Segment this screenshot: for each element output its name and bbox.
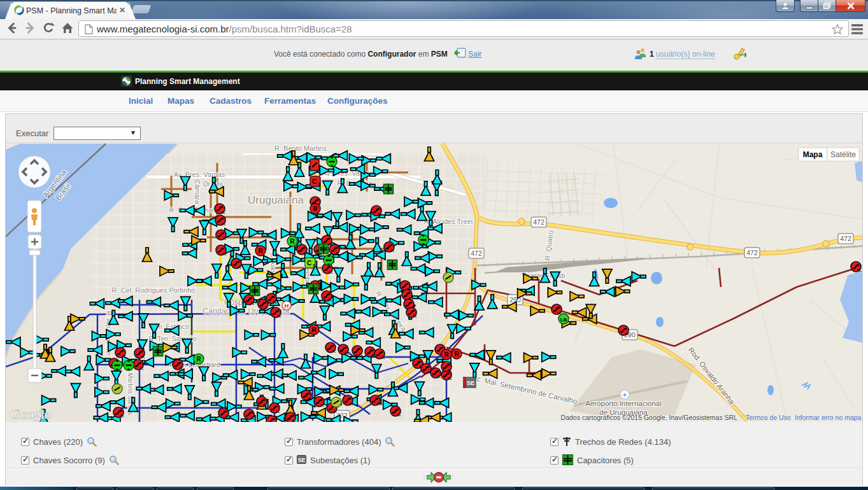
svg-text:R: R bbox=[258, 248, 263, 255]
svg-text:472: 472 bbox=[840, 235, 851, 242]
svg-text:3: 3 bbox=[313, 263, 315, 268]
svg-text:R. Bento Martins: R. Bento Martins bbox=[274, 144, 327, 152]
svg-text:FC: FC bbox=[858, 269, 862, 272]
svg-text:Câmara: Câmara bbox=[194, 179, 201, 204]
svg-text:FC: FC bbox=[222, 211, 226, 214]
svg-text:R: R bbox=[196, 356, 201, 363]
svg-text:FC: FC bbox=[141, 356, 146, 359]
svg-text:Informar erro no mapa: Informar erro no mapa bbox=[795, 414, 862, 421]
svg-text:FC: FC bbox=[413, 315, 418, 318]
svg-text:✈: ✈ bbox=[622, 392, 627, 398]
svg-text:R: R bbox=[290, 238, 295, 245]
svg-text:FC: FC bbox=[223, 237, 227, 241]
svg-text:Aeroporto Internacional: Aeroporto Internacional bbox=[585, 400, 662, 407]
svg-text:FC: FC bbox=[265, 307, 269, 310]
svg-text:FC: FC bbox=[448, 369, 453, 372]
svg-text:Mapa: Mapa bbox=[803, 150, 823, 159]
svg-text:SE: SE bbox=[297, 456, 305, 463]
svg-text:Google: Google bbox=[11, 407, 50, 422]
svg-text:3: 3 bbox=[318, 182, 320, 186]
svg-text:C: C bbox=[312, 178, 317, 185]
svg-text:R: R bbox=[444, 351, 449, 358]
svg-text:FC: FC bbox=[350, 403, 354, 406]
svg-text:FC: FC bbox=[625, 333, 630, 336]
svg-text:FC: FC bbox=[438, 375, 442, 379]
svg-text:FC: FC bbox=[308, 398, 313, 401]
svg-text:FC: FC bbox=[222, 223, 227, 226]
svg-text:Uruguaiana: Uruguaiana bbox=[248, 194, 304, 206]
svg-text:FC: FC bbox=[336, 252, 341, 255]
svg-text:FC: FC bbox=[329, 271, 334, 274]
svg-text:FC: FC bbox=[180, 367, 184, 370]
svg-text:FC: FC bbox=[140, 367, 145, 370]
svg-text:FC: FC bbox=[377, 403, 381, 406]
svg-text:LB: LB bbox=[560, 317, 567, 323]
svg-text:FC: FC bbox=[238, 266, 243, 269]
svg-text:R: R bbox=[311, 326, 317, 333]
svg-text:FC: FC bbox=[378, 213, 383, 216]
svg-text:Satélite: Satélite bbox=[830, 150, 856, 159]
svg-text:FC: FC bbox=[273, 301, 278, 304]
svg-text:FC: FC bbox=[276, 410, 281, 414]
svg-text:FC: FC bbox=[223, 253, 227, 256]
svg-text:FC: FC bbox=[391, 249, 395, 253]
svg-text:FC: FC bbox=[122, 355, 127, 358]
svg-text:FC: FC bbox=[329, 298, 333, 302]
svg-text:472: 472 bbox=[471, 249, 482, 257]
svg-text:C: C bbox=[307, 260, 311, 267]
svg-text:SE: SE bbox=[467, 379, 475, 386]
svg-text:FC: FC bbox=[251, 417, 255, 420]
svg-text:FC: FC bbox=[332, 350, 337, 353]
svg-text:FC: FC bbox=[120, 415, 125, 418]
svg-text:Dados cartográficos ©2015 Goog: Dados cartográficos ©2015 Google, Inav/G… bbox=[561, 414, 738, 421]
svg-text:FC: FC bbox=[321, 404, 325, 407]
svg-text:FC: FC bbox=[448, 377, 453, 381]
svg-text:FC: FC bbox=[251, 302, 255, 305]
svg-text:R. Cel. Rodrigues Portinho: R. Cel. Rodrigues Portinho bbox=[112, 286, 196, 294]
svg-text:R: R bbox=[313, 206, 318, 213]
svg-text:FC: FC bbox=[359, 353, 364, 356]
svg-text:FC: FC bbox=[345, 352, 350, 355]
svg-text:FC: FC bbox=[225, 416, 230, 419]
svg-text:FC: FC bbox=[264, 404, 268, 407]
svg-text:H: H bbox=[285, 302, 289, 309]
svg-text:FC: FC bbox=[334, 410, 338, 414]
svg-text:R: R bbox=[454, 351, 459, 358]
svg-text:Termos de Uso: Termos de Uso bbox=[746, 414, 791, 421]
svg-text:FC: FC bbox=[304, 252, 308, 255]
svg-text:472: 472 bbox=[746, 249, 758, 256]
svg-text:FC: FC bbox=[397, 414, 402, 417]
svg-text:472: 472 bbox=[533, 218, 544, 226]
svg-text:FC: FC bbox=[381, 356, 386, 360]
svg-text:FC: FC bbox=[278, 315, 282, 318]
